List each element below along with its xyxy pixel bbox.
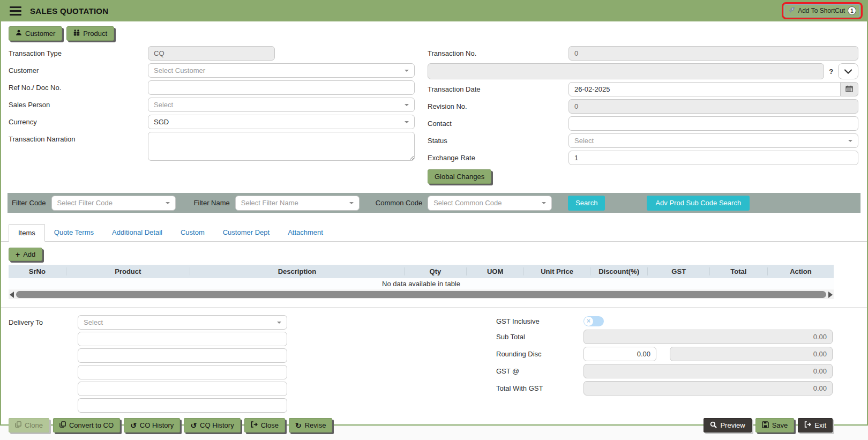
revise-button[interactable]: ↻ Revise — [289, 418, 332, 432]
annotation-highlight: Add To ShortCut 1 — [782, 2, 863, 19]
items-table: SrNo Product Description Qty UOM Unit Pr… — [9, 265, 834, 299]
preview-label: Preview — [720, 421, 745, 429]
add-to-shortcut-button[interactable]: Add To ShortCut 1 — [784, 4, 860, 17]
customer-button[interactable]: Customer — [9, 26, 62, 41]
transaction-no-field — [568, 46, 858, 61]
save-button[interactable]: Save — [755, 418, 795, 432]
chevron-down-icon — [405, 70, 409, 72]
chevron-down-icon — [405, 121, 409, 123]
tab-items[interactable]: Items — [9, 224, 45, 242]
convert-to-co-button[interactable]: Convert to CO — [53, 418, 120, 432]
delivery-to-select[interactable]: Select — [78, 315, 287, 330]
sign-out-icon — [804, 421, 811, 429]
cq-history-button[interactable]: ↺ CQ History — [184, 418, 240, 432]
tab-custom[interactable]: Custom — [171, 224, 214, 241]
currency-value: SGD — [154, 118, 169, 126]
summary-section: Delivery To Select GST Inclusive × — [1, 308, 867, 415]
tab-attachment[interactable]: Attachment — [279, 224, 332, 241]
floppy-disk-icon — [762, 421, 769, 430]
customer-select-placeholder: Select Customer — [154, 66, 205, 74]
exchange-rate-field[interactable] — [568, 151, 858, 165]
sales-person-select[interactable]: Select — [148, 98, 415, 112]
column-unit-price: Unit Price — [524, 267, 590, 275]
search-button[interactable]: Search — [568, 196, 605, 211]
add-to-shortcut-label: Add To ShortCut — [798, 7, 845, 14]
chevron-down-icon — [405, 104, 409, 106]
adv-prod-sub-code-search-button[interactable]: Adv Prod Sub Code Search — [647, 196, 750, 211]
filter-code-select[interactable]: Select Filter Code — [51, 196, 176, 211]
status-placeholder: Select — [574, 137, 594, 145]
customer-lookup-field — [428, 63, 824, 79]
rocket-icon — [788, 6, 795, 15]
revise-label: Revise — [305, 421, 326, 429]
narration-textarea[interactable] — [148, 132, 415, 161]
gst-inclusive-toggle[interactable]: × — [583, 316, 604, 326]
delivery-block: Delivery To Select — [9, 315, 287, 415]
empty-table-message: No data available in table — [9, 278, 834, 289]
column-srno: SrNo — [9, 267, 66, 275]
filter-name-placeholder: Select Filter Name — [241, 199, 298, 207]
tab-customer-dept[interactable]: Customer Dept — [214, 224, 279, 241]
add-item-button[interactable]: + Add — [9, 248, 42, 261]
customer-select[interactable]: Select Customer — [148, 63, 415, 78]
convert-to-co-label: Convert to CO — [69, 421, 114, 429]
sub-total-label: Sub Total — [496, 333, 583, 341]
hamburger-menu-icon[interactable] — [10, 6, 21, 16]
status-select[interactable]: Select — [568, 133, 858, 148]
global-changes-label: Global Changes — [435, 173, 484, 181]
horizontal-scrollbar[interactable] — [9, 290, 834, 299]
currency-select[interactable]: SGD — [148, 115, 415, 129]
total-with-gst-label: Total With GST — [496, 384, 583, 392]
column-qty: Qty — [405, 267, 467, 275]
exit-label: Exit — [814, 421, 826, 429]
delivery-to-label: Delivery To — [9, 315, 78, 415]
column-discount: Discount(%) — [590, 267, 648, 275]
chevron-down-icon — [848, 140, 852, 142]
action-footer: Clone Convert to CO ↺ CO History ↺ CQ Hi… — [1, 415, 867, 432]
preview-button[interactable]: Preview — [704, 418, 751, 432]
column-description: Description — [190, 267, 405, 275]
calendar-icon — [845, 85, 853, 94]
delivery-address-line-2[interactable] — [78, 348, 287, 363]
close-label: Close — [261, 421, 279, 429]
global-changes-button[interactable]: Global Changes — [428, 169, 491, 184]
delivery-address-line-5[interactable] — [78, 398, 287, 413]
scroll-right-icon[interactable] — [828, 292, 833, 298]
lookup-dropdown-button[interactable] — [838, 63, 858, 79]
delivery-address-line-4[interactable] — [78, 382, 287, 396]
clone-label: Clone — [25, 421, 43, 429]
product-button[interactable]: Product — [66, 26, 114, 41]
tab-additional-detail[interactable]: Additional Detail — [103, 224, 171, 241]
sub-total-field — [583, 330, 833, 344]
history-icon: ↺ — [190, 422, 197, 429]
revision-no-label: Revision No. — [428, 99, 568, 110]
calendar-button[interactable] — [841, 82, 858, 96]
totals-block: GST Inclusive × Sub Total Rounding Disc — [496, 315, 833, 415]
filter-bar: Filter Code Select Filter Code Filter Na… — [8, 193, 860, 213]
co-history-button[interactable]: ↺ CO History — [124, 418, 180, 432]
delivery-address-line-1[interactable] — [78, 332, 287, 346]
common-code-select[interactable]: Select Common Code — [428, 196, 552, 211]
product-button-label: Product — [83, 29, 107, 38]
close-button[interactable]: Close — [244, 418, 285, 432]
scrollbar-thumb[interactable] — [16, 291, 826, 298]
exit-button[interactable]: Exit — [798, 418, 833, 432]
scroll-left-icon[interactable] — [10, 292, 14, 298]
tab-quote-terms[interactable]: Quote Terms — [45, 224, 103, 241]
status-label: Status — [428, 133, 568, 145]
filter-name-label: Filter Name — [194, 199, 230, 207]
transaction-date-field[interactable] — [568, 82, 841, 96]
revision-no-field — [568, 99, 858, 114]
customer-label: Customer — [9, 63, 148, 74]
filter-name-select[interactable]: Select Filter Name — [235, 196, 360, 211]
contact-field[interactable] — [568, 116, 858, 131]
gst-at-label: GST @ — [496, 367, 583, 375]
exchange-rate-label: Exchange Rate — [428, 151, 568, 162]
rounding-disc-input[interactable] — [583, 347, 656, 361]
delivery-address-line-3[interactable] — [78, 365, 287, 379]
filter-code-label: Filter Code — [12, 199, 46, 207]
detail-tabs: Items Quote Terms Additional Detail Cust… — [1, 224, 867, 242]
ref-no-field[interactable] — [148, 80, 415, 95]
rounding-disc-label: Rounding Disc — [496, 350, 583, 358]
transaction-type-label: Transaction Type — [9, 46, 148, 57]
